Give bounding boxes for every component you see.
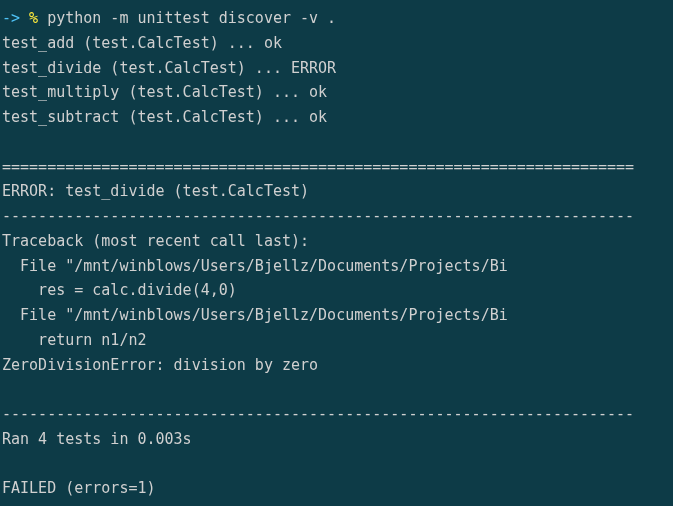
command-text: python -m unittest discover -v . <box>47 9 336 27</box>
traceback-line: File "/mnt/winblows/Users/Bjellz/Documen… <box>2 254 673 279</box>
blank-line <box>2 377 673 402</box>
summary-result: FAILED (errors=1) <box>2 476 673 501</box>
test-result-line: test_add (test.CalcTest) ... ok <box>2 31 673 56</box>
command-prompt-line: -> % python -m unittest discover -v . <box>2 6 673 31</box>
separator-dash: ----------------------------------------… <box>2 204 673 229</box>
traceback-line: res = calc.divide(4,0) <box>2 278 673 303</box>
prompt-arrow: -> <box>2 9 20 27</box>
traceback-line: return n1/n2 <box>2 328 673 353</box>
traceback-header: Traceback (most recent call last): <box>2 229 673 254</box>
blank-line <box>2 130 673 155</box>
blank-line <box>2 452 673 477</box>
summary-ran: Ran 4 tests in 0.003s <box>2 427 673 452</box>
test-result-line: test_multiply (test.CalcTest) ... ok <box>2 80 673 105</box>
prompt-percent: % <box>29 9 38 27</box>
separator-equals: ========================================… <box>2 155 673 180</box>
test-result-line: test_divide (test.CalcTest) ... ERROR <box>2 56 673 81</box>
exception-line: ZeroDivisionError: division by zero <box>2 353 673 378</box>
test-result-line: test_subtract (test.CalcTest) ... ok <box>2 105 673 130</box>
error-header: ERROR: test_divide (test.CalcTest) <box>2 179 673 204</box>
separator-dash: ----------------------------------------… <box>2 402 673 427</box>
traceback-line: File "/mnt/winblows/Users/Bjellz/Documen… <box>2 303 673 328</box>
